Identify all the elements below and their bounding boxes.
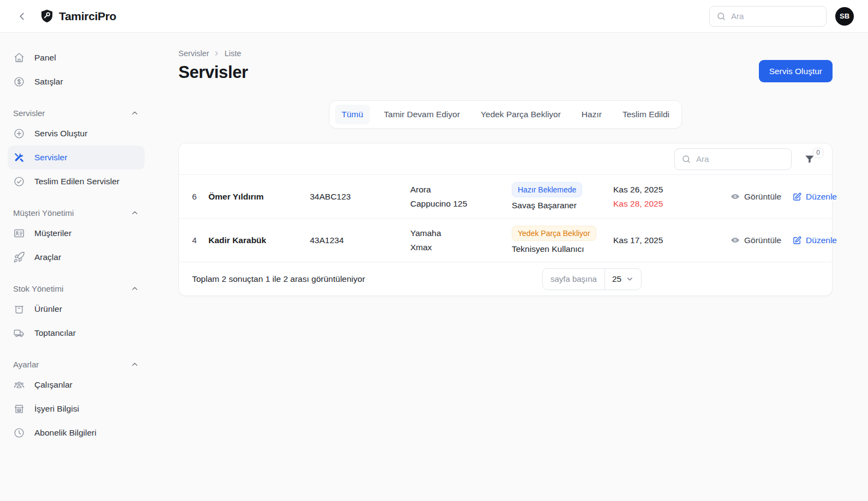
services-table-card: 0 6 Ömer Yıldırım 34ABC123 Arora Cappuci… [178,143,833,296]
rocket-icon [13,251,25,263]
plate-number: 34ABC123 [310,192,410,202]
sidebar-item-panel[interactable]: Panel [8,46,145,70]
sidebar-item-label: Toptancılar [34,328,76,338]
tab-yedek-parca-bekliyor[interactable]: Yedek Parça Bekliyor [474,105,567,124]
per-page-select[interactable]: sayfa başına 25 [542,268,642,290]
back-button[interactable] [14,9,29,24]
main-content: Servisler Liste Servisler Servis Oluştur… [164,33,868,501]
sidebar-item-label: Araçlar [34,252,61,262]
sidebar-item-label: Servisler [34,153,67,162]
search-icon [681,154,691,164]
chevron-up-icon [130,109,139,118]
filter-count-badge: 0 [813,148,823,158]
breadcrumb-servisler[interactable]: Servisler [178,49,209,58]
eye-icon [730,191,740,202]
sidebar-section-servisler[interactable]: Servisler [8,108,145,118]
tab-tumu[interactable]: Tümü [335,105,370,124]
chevron-up-icon [130,360,139,369]
chevron-right-icon [213,50,220,57]
technician-name: Teknisyen Kullanıcı [512,243,613,255]
vehicle-model: Cappucino 125 [410,198,512,210]
create-service-button[interactable]: Servis Oluştur [759,60,833,82]
shield-wrench-logo-icon [39,9,55,24]
status-badge: Hazır Beklemede [512,182,582,197]
clock-icon [13,427,25,439]
customer-name: Kadir Karabük [208,236,310,245]
topbar: TamirciPro SB [0,0,868,33]
edit-button[interactable]: Düzenle [792,192,837,202]
edit-button[interactable]: Düzenle [792,236,837,245]
breadcrumb-liste[interactable]: Liste [224,49,241,58]
service-date: Kas 17, 2025 [613,234,730,246]
sidebar-section-musteri-yonetimi[interactable]: Müşteri Yönetimi [8,208,145,218]
view-button[interactable]: Görüntüle [730,191,781,202]
chevron-up-icon [130,285,139,293]
sidebar-section-label: Servisler [13,108,45,118]
sidebar-item-label: Ürünler [34,304,62,314]
sidebar-item-servisler[interactable]: Servisler [8,146,145,170]
per-page-value: 25 [612,274,621,284]
sidebar-item-label: Servis Oluştur [34,129,87,138]
home-icon [13,52,25,64]
edit-label: Düzenle [806,236,837,245]
sidebar-item-teslim-edilen-servisler[interactable]: Teslim Edilen Servisler [8,170,145,194]
view-label: Görüntüle [744,192,781,202]
sidebar-item-satislar[interactable]: Satışlar [8,70,145,94]
plate-number: 43A1234 [310,236,410,245]
tab-teslim-edildi[interactable]: Teslim Edildi [616,105,676,124]
due-date: Kas 28, 2025 [613,198,730,210]
search-icon [716,11,726,21]
chevron-down-icon [626,275,634,283]
global-search-input[interactable] [731,11,819,21]
sidebar-item-label: İşyeri Bilgisi [34,404,79,414]
technician-name: Savaş Başaraner [512,200,613,212]
view-button[interactable]: Görüntüle [730,235,781,245]
tools-icon [13,152,25,164]
vehicle-brand: Arora [410,184,512,196]
service-id: 6 [192,192,208,202]
tab-hazir[interactable]: Hazır [575,105,608,124]
check-circle-icon [13,176,25,188]
results-summary: Toplam 2 sonuçtan 1 ile 2 arası görüntül… [192,274,365,284]
filter-button[interactable]: 0 [804,153,819,165]
edit-icon [792,236,802,245]
vehicle-brand: Yamaha [410,227,512,239]
sidebar-section-label: Müşteri Yönetimi [13,208,74,218]
chevron-up-icon [130,209,139,218]
id-card-icon [13,227,25,239]
service-date: Kas 26, 2025 [613,184,730,196]
view-label: Görüntüle [744,236,781,245]
table-search[interactable] [674,148,792,170]
users-icon [13,379,25,391]
sidebar-item-isyeri-bilgisi[interactable]: İşyeri Bilgisi [8,397,145,421]
sidebar-section-stok-yonetimi[interactable]: Stok Yönetimi [8,284,145,293]
sidebar-item-abonelik-bilgileri[interactable]: Abonelik Bilgileri [8,421,145,445]
sidebar-section-label: Ayarlar [13,360,39,369]
sidebar-section-ayarlar[interactable]: Ayarlar [8,360,145,369]
brand-logo[interactable]: TamirciPro [39,9,116,24]
sidebar-item-araclar[interactable]: Araçlar [8,245,145,269]
vehicle-model: Xmax [410,242,512,253]
status-tabs: Tümü Tamir Devam Ediyor Yedek Parça Bekl… [329,100,682,129]
table-row[interactable]: 4 Kadir Karabük 43A1234 Yamaha Xmax Yede… [179,219,832,262]
sidebar-item-servis-olustur[interactable]: Servis Oluştur [8,122,145,146]
table-row[interactable]: 6 Ömer Yıldırım 34ABC123 Arora Cappucino… [179,175,832,219]
truck-icon [13,327,25,339]
sidebar-item-musteriler[interactable]: Müşteriler [8,221,145,245]
sidebar-item-label: Teslim Edilen Servisler [34,177,119,186]
per-page-label: sayfa başına [543,269,604,289]
service-id: 4 [192,236,208,245]
chevron-left-icon [16,10,28,22]
eye-icon [730,235,740,245]
page-title: Servisler [178,63,248,82]
store-icon [13,403,25,415]
avatar[interactable]: SB [835,7,854,26]
table-search-input[interactable] [696,154,785,164]
global-search[interactable] [709,6,827,27]
plus-circle-icon [13,128,25,140]
sidebar-item-urunler[interactable]: Ürünler [8,297,145,321]
sidebar-item-toptancilar[interactable]: Toptancılar [8,321,145,345]
sidebar-item-label: Müşteriler [34,228,71,238]
sidebar-item-calisanlar[interactable]: Çalışanlar [8,373,145,397]
tab-tamir-devam-ediyor[interactable]: Tamir Devam Ediyor [378,105,467,124]
